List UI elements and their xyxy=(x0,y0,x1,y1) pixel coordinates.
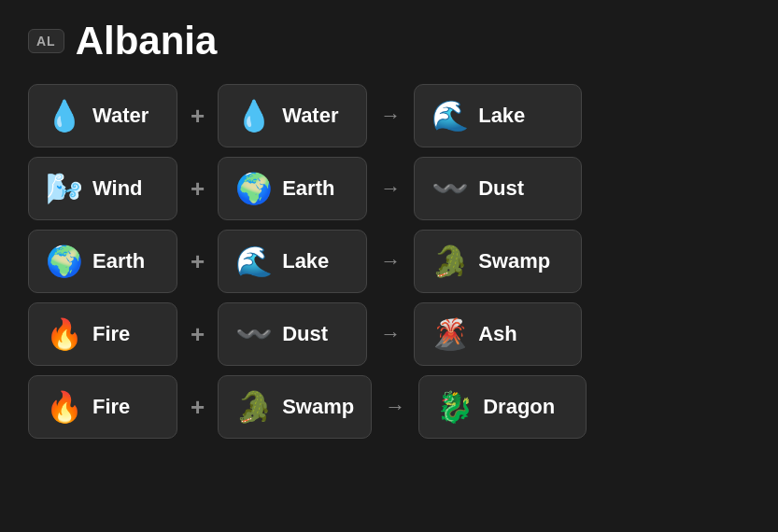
plus-operator: + xyxy=(191,175,205,203)
result-box: 〰️ Dust xyxy=(414,157,582,220)
arrow-operator: → xyxy=(380,176,401,201)
input1-box: 🌬️ Wind xyxy=(28,157,177,220)
input2-box: 〰️ Dust xyxy=(218,302,367,366)
input2-name: Earth xyxy=(282,176,334,201)
result-name: Lake xyxy=(478,104,525,128)
recipe-row: 🔥 Fire + 🐊 Swamp → 🐉 Dragon xyxy=(28,375,750,439)
input2-emoji: 🐊 xyxy=(235,392,273,422)
result-box: 🌊 Lake xyxy=(414,84,582,147)
plus-operator: + xyxy=(191,393,205,422)
input1-emoji: 🌬️ xyxy=(46,174,83,203)
input1-name: Wind xyxy=(92,176,143,201)
arrow-operator: → xyxy=(380,249,401,273)
country-code: AL xyxy=(28,29,64,53)
input2-name: Swamp xyxy=(282,395,354,419)
arrow-operator: → xyxy=(380,104,401,128)
recipe-row: 🌬️ Wind + 🌍 Earth → 〰️ Dust xyxy=(28,157,750,220)
result-emoji: 🐉 xyxy=(436,392,474,422)
recipe-row: 🌍 Earth + 🌊 Lake → 🐊 Swamp xyxy=(28,230,750,293)
result-emoji: 🌊 xyxy=(431,101,469,131)
input1-name: Earth xyxy=(92,249,145,273)
input1-emoji: 🔥 xyxy=(46,319,83,349)
input1-emoji: 🌍 xyxy=(46,246,83,276)
input2-name: Dust xyxy=(282,322,328,346)
result-emoji: 〰️ xyxy=(431,174,469,203)
input2-emoji: 💧 xyxy=(235,101,273,131)
page-header: AL Albania xyxy=(28,19,750,63)
input2-name: Water xyxy=(282,104,338,128)
result-box: 🐊 Swamp xyxy=(414,230,582,293)
input2-box: 💧 Water xyxy=(218,84,367,147)
recipe-row: 🔥 Fire + 〰️ Dust → 🌋 Ash xyxy=(28,302,750,366)
input2-emoji: 🌍 xyxy=(235,174,273,203)
result-name: Swamp xyxy=(478,249,550,273)
result-name: Dragon xyxy=(483,395,555,419)
result-emoji: 🌋 xyxy=(431,319,469,349)
plus-operator: + xyxy=(191,247,205,276)
result-emoji: 🐊 xyxy=(431,246,469,276)
input1-box: 🔥 Fire xyxy=(28,302,177,366)
recipe-row: 💧 Water + 💧 Water → 🌊 Lake xyxy=(28,84,750,147)
input1-emoji: 💧 xyxy=(46,101,83,131)
plus-operator: + xyxy=(191,320,205,349)
arrow-operator: → xyxy=(385,395,405,419)
input2-box: 🐊 Swamp xyxy=(218,375,372,439)
result-name: Ash xyxy=(478,322,517,346)
input1-box: 💧 Water xyxy=(28,84,177,147)
input2-name: Lake xyxy=(282,249,329,273)
input1-box: 🌍 Earth xyxy=(28,230,177,293)
recipes-list: 💧 Water + 💧 Water → 🌊 Lake 🌬️ Wind + 🌍 E… xyxy=(28,84,750,439)
result-name: Dust xyxy=(478,176,524,201)
country-name: Albania xyxy=(76,19,218,63)
input2-emoji: 〰️ xyxy=(235,319,273,349)
arrow-operator: → xyxy=(380,322,401,346)
input2-box: 🌊 Lake xyxy=(218,230,367,293)
input1-emoji: 🔥 xyxy=(46,392,83,422)
plus-operator: + xyxy=(191,102,205,131)
result-box: 🐉 Dragon xyxy=(418,375,587,439)
input2-box: 🌍 Earth xyxy=(218,157,367,220)
input2-emoji: 🌊 xyxy=(235,246,273,276)
input1-name: Water xyxy=(92,104,149,128)
result-box: 🌋 Ash xyxy=(414,302,582,366)
input1-box: 🔥 Fire xyxy=(28,375,177,439)
input1-name: Fire xyxy=(92,322,130,346)
input1-name: Fire xyxy=(92,395,130,419)
